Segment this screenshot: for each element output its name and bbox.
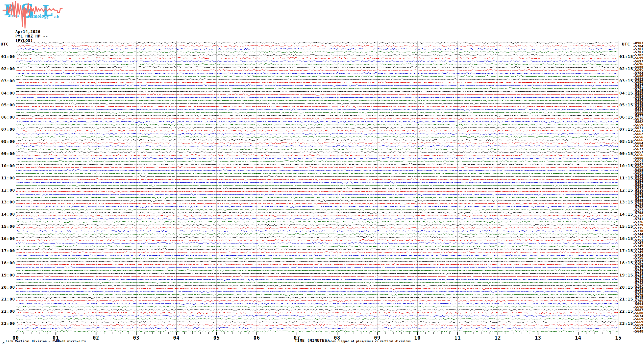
trace-value: -5648	[630, 330, 643, 333]
trace-row	[16, 57, 618, 59]
clip-note: Traces clipped at plus/minus 25 vertical…	[326, 340, 411, 343]
trace-row	[16, 143, 618, 144]
trace-row	[16, 318, 618, 320]
trace-row	[16, 127, 618, 129]
hour-label-left: 07:00	[0, 128, 15, 131]
trace-row	[16, 312, 618, 314]
trace-row	[16, 121, 618, 123]
trace-row	[16, 264, 618, 265]
x-tick-label: 15	[611, 335, 625, 341]
trace-row	[16, 261, 618, 262]
trace-row	[16, 306, 618, 308]
trace-row	[16, 282, 618, 284]
trace-row	[16, 273, 618, 275]
trace-row	[16, 258, 618, 260]
trace-row	[16, 276, 618, 277]
hour-label-left: 03:00	[0, 79, 15, 82]
trace-row	[16, 218, 618, 220]
trace-row	[16, 248, 618, 250]
x-tick-label: 14	[571, 335, 585, 341]
trace-row	[16, 103, 618, 104]
trace-row	[16, 185, 618, 186]
x-tick-label: 13	[531, 335, 545, 341]
trace-row	[16, 188, 618, 190]
x-axis-title: TIME (MINUTES)	[295, 338, 329, 343]
trace-row	[16, 191, 618, 193]
hour-label-left: 15:00	[0, 225, 15, 228]
trace-row	[16, 315, 618, 317]
trace-row	[16, 100, 618, 102]
trace-row	[16, 69, 618, 71]
helicorder-page: PSLatraseismologyab Apr14,2026 PYL HHZ H…	[0, 0, 644, 346]
x-tick-label: 10	[410, 335, 425, 341]
trace-row	[16, 166, 618, 168]
trace-row	[16, 66, 618, 68]
hour-label-left: 05:00	[0, 103, 15, 107]
hour-label-left: 10:00	[0, 164, 15, 167]
trace-row	[16, 215, 618, 217]
trace-row	[16, 154, 618, 156]
trace-row	[16, 297, 618, 299]
trace-row	[16, 221, 618, 223]
trace-row	[16, 291, 618, 293]
date-label: Apr14,2026	[15, 29, 48, 34]
trace-row	[16, 63, 618, 65]
trace-row	[16, 209, 618, 211]
hour-label-left: 16:00	[0, 237, 15, 240]
hour-label-left: 09:00	[0, 152, 15, 155]
trace-row	[16, 327, 618, 329]
trace-row	[16, 118, 618, 120]
hour-label-left: 13:00	[0, 200, 15, 204]
trace-row	[16, 139, 618, 141]
trace-row	[16, 254, 618, 256]
trace-row	[16, 45, 618, 47]
trace-row	[16, 279, 618, 281]
trace-row	[16, 245, 618, 247]
hour-label-left: 01:00	[0, 54, 15, 58]
hour-label-left: 14:00	[0, 212, 15, 216]
trace-row	[16, 112, 618, 114]
trace-row	[16, 84, 618, 86]
trace-row	[16, 145, 618, 147]
trace-row	[16, 169, 618, 171]
trace-row	[16, 54, 618, 56]
trace-row	[16, 72, 618, 74]
helicorder-plot	[16, 41, 618, 336]
trace-row	[16, 206, 618, 208]
trace-row	[16, 115, 618, 117]
trace-row	[16, 321, 618, 323]
trace-row	[16, 236, 618, 238]
trace-row	[16, 203, 618, 205]
hour-label-left: 18:00	[0, 261, 15, 264]
hour-label-left: 19:00	[0, 273, 15, 276]
trace-row	[16, 91, 618, 93]
left-utc-title: UTC	[1, 42, 9, 46]
trace-row	[16, 212, 618, 214]
logo-word: ab	[54, 15, 59, 19]
trace-row	[16, 109, 618, 111]
trace-row	[16, 163, 618, 165]
trace-row	[16, 197, 618, 199]
x-tick-label: 04	[169, 335, 184, 341]
hour-label-left: 20:00	[0, 285, 15, 289]
trace-row	[16, 51, 618, 53]
trace-row	[16, 42, 618, 44]
corner-mark: .M	[2, 342, 4, 344]
right-utc-title: UTC	[622, 42, 630, 46]
trace-row	[16, 75, 618, 77]
trace-row	[16, 176, 618, 177]
trace-row	[16, 288, 618, 290]
trace-row	[16, 300, 618, 302]
logo-word: eismology	[27, 14, 49, 19]
psl-logo-graphic: PSLatraseismologyab	[3, 1, 65, 30]
trace-row	[16, 330, 618, 332]
trace-row	[16, 160, 618, 162]
trace-row	[16, 136, 618, 138]
trace-row	[16, 148, 618, 150]
trace-row	[16, 124, 618, 126]
trace-row	[16, 309, 618, 311]
trace-row	[16, 81, 618, 83]
hour-label-left: 06:00	[0, 115, 15, 119]
trace-row	[16, 270, 618, 272]
trace-row	[16, 303, 618, 305]
